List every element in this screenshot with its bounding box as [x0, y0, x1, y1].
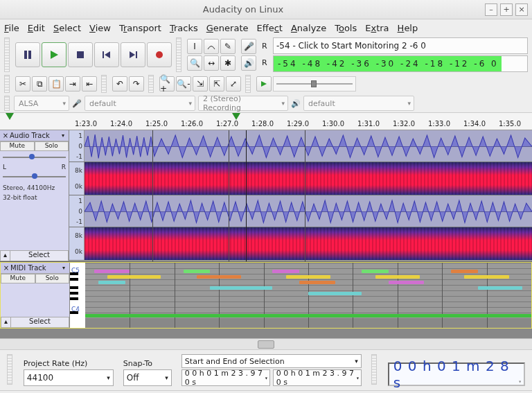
- selection-start-field[interactable]: 0 0 h 0 1 m 2 3 . 9 7 0 s: [181, 369, 270, 386]
- track-select-button[interactable]: ▴Select: [0, 250, 69, 261]
- timeshift-tool-icon[interactable]: ↔: [204, 55, 219, 71]
- fit-selection-icon[interactable]: ⇲: [193, 76, 208, 91]
- selection-toolbar: Project Rate (Hz) 44100 Snap-To Off Star…: [0, 349, 532, 390]
- toolbar-grip[interactable]: [101, 75, 107, 93]
- track-menu-icon[interactable]: ▾: [62, 265, 69, 271]
- menu-transport[interactable]: Transport: [119, 23, 161, 33]
- project-rate-dropdown[interactable]: 44100: [24, 369, 114, 386]
- play-at-speed-icon[interactable]: [256, 76, 272, 91]
- recording-channels-dropdown[interactable]: 2 (Stereo) Recording: [198, 96, 288, 111]
- track-format-info: Stereo, 44100Hz: [0, 183, 69, 193]
- paste-icon[interactable]: 📋: [48, 76, 64, 91]
- track-select-button[interactable]: ▴Select: [1, 317, 69, 328]
- recording-device-dropdown[interactable]: default: [85, 96, 195, 111]
- mute-button[interactable]: Mute: [1, 274, 35, 283]
- redo-icon[interactable]: ↷: [129, 76, 144, 91]
- menu-select[interactable]: Select: [53, 23, 81, 33]
- toolbar-grip[interactable]: [148, 75, 154, 93]
- spectrogram-right[interactable]: [85, 227, 532, 260]
- audio-track-body[interactable]: 10-1 8k0k 10-1: [69, 130, 532, 261]
- cut-icon[interactable]: ✂: [15, 76, 30, 91]
- multi-tool-icon[interactable]: ✱: [220, 55, 236, 71]
- track-close-button[interactable]: ×: [1, 132, 10, 139]
- menu-extra[interactable]: Extra: [365, 23, 389, 33]
- menu-view[interactable]: View: [89, 23, 111, 33]
- selection-end-field[interactable]: 0 0 h 0 1 m 2 3 . 9 7 0 s: [273, 369, 362, 386]
- toolbar-grip[interactable]: [4, 37, 10, 72]
- skip-start-button[interactable]: [94, 42, 119, 67]
- audio-position-display[interactable]: 0 0 h 0 1 m 2 8 s: [388, 363, 525, 386]
- track-close-button[interactable]: ×: [2, 264, 10, 272]
- audio-host-dropdown[interactable]: ALSA: [14, 96, 69, 111]
- snap-to-dropdown[interactable]: Off: [123, 369, 172, 386]
- horizontal-scrollbar[interactable]: [0, 338, 532, 349]
- toolbar-grip[interactable]: [176, 37, 181, 72]
- audio-track-panel: × Audio Track ▾ Mute Solo LR Stereo, 441…: [0, 130, 69, 261]
- toolbar-grip[interactable]: [4, 75, 10, 93]
- menu-help[interactable]: Help: [398, 23, 418, 33]
- gain-slider[interactable]: [3, 152, 66, 162]
- zoom-tool-icon[interactable]: 🔍: [187, 55, 202, 71]
- menu-effect[interactable]: Effect: [257, 23, 283, 33]
- envelope-tool-icon[interactable]: [204, 39, 219, 54]
- gridline: [305, 130, 305, 261]
- copy-icon[interactable]: ⧉: [32, 76, 47, 91]
- close-button[interactable]: ×: [515, 3, 528, 16]
- selection-mode-dropdown[interactable]: Start and End of Selection: [181, 354, 362, 368]
- speaker-icon: 🔊: [291, 99, 301, 108]
- selection-tool-icon[interactable]: I: [187, 39, 202, 54]
- zoom-in-icon[interactable]: 🔍+: [159, 76, 175, 91]
- trim-icon[interactable]: ⇥: [65, 76, 80, 91]
- timeline-ruler[interactable]: 1:23.01:24.01:25.01:26.01:27.01:28.01:29…: [0, 112, 532, 130]
- play-button[interactable]: [42, 42, 66, 67]
- svg-marker-9: [261, 81, 267, 87]
- svg-rect-7: [136, 51, 137, 58]
- menu-tracks[interactable]: Tracks: [170, 23, 198, 33]
- skip-end-button[interactable]: [121, 42, 145, 67]
- menu-edit[interactable]: Edit: [28, 23, 45, 33]
- stop-button[interactable]: [68, 42, 93, 67]
- toolbar-grip[interactable]: [7, 354, 12, 385]
- toolbar-grip[interactable]: [371, 354, 377, 385]
- zoom-toggle-icon[interactable]: ⤢: [226, 76, 241, 91]
- minimize-button[interactable]: –: [485, 3, 497, 16]
- playback-meter-ticks: -54 -48 -42 -36 -30 -24 -18 -12 -6 0: [278, 59, 499, 69]
- rec-volume-icon[interactable]: 🎤: [241, 39, 256, 54]
- menu-file[interactable]: File: [4, 23, 19, 33]
- record-button[interactable]: [147, 42, 172, 67]
- menu-analyze[interactable]: Analyze: [291, 23, 326, 33]
- silence-icon[interactable]: ⇤: [82, 76, 97, 91]
- fit-project-icon[interactable]: ⇱: [209, 76, 224, 91]
- menu-tools[interactable]: Tools: [335, 23, 357, 33]
- play-speed-slider[interactable]: [273, 76, 356, 91]
- playback-meter[interactable]: -54 -48 -42 -36 -30 -24 -18 -12 -6 0: [273, 55, 528, 72]
- mute-button[interactable]: Mute: [0, 141, 35, 151]
- toolbar-grip[interactable]: [4, 96, 10, 111]
- window-title: Audacity on Linux: [4, 4, 482, 15]
- quickplay-start-icon[interactable]: [6, 113, 14, 120]
- playhead-icon[interactable]: [232, 113, 240, 120]
- play-volume-icon[interactable]: 🔊: [241, 55, 256, 71]
- toolbar-grip[interactable]: [245, 75, 251, 93]
- waveform-right[interactable]: [85, 195, 532, 227]
- gridline: [152, 130, 153, 261]
- svg-rect-4: [103, 51, 104, 58]
- recording-meter[interactable]: -54 - Click to Start Monitoring 2 -6 0: [273, 37, 528, 54]
- midi-piano-roll[interactable]: [85, 263, 531, 328]
- solo-button[interactable]: Solo: [35, 141, 69, 151]
- pan-slider[interactable]: [3, 172, 66, 182]
- draw-tool-icon[interactable]: ✎: [220, 39, 236, 54]
- playback-device-dropdown[interactable]: default: [303, 96, 414, 111]
- ruler-tick-label: 1:31.0: [357, 120, 380, 128]
- undo-icon[interactable]: ↶: [112, 76, 127, 91]
- menu-generate[interactable]: Generate: [206, 23, 249, 33]
- spectrogram-left[interactable]: [85, 162, 532, 195]
- zoom-out-icon[interactable]: 🔍-: [176, 76, 191, 91]
- solo-button[interactable]: Solo: [35, 274, 70, 283]
- ruler-tick-label: 1:28.0: [251, 120, 274, 128]
- snap-to-label: Snap-To: [123, 359, 172, 368]
- maximize-button[interactable]: +: [500, 3, 513, 16]
- waveform-left[interactable]: [85, 130, 532, 161]
- track-menu-icon[interactable]: ▾: [62, 132, 69, 139]
- pause-button[interactable]: [15, 42, 40, 67]
